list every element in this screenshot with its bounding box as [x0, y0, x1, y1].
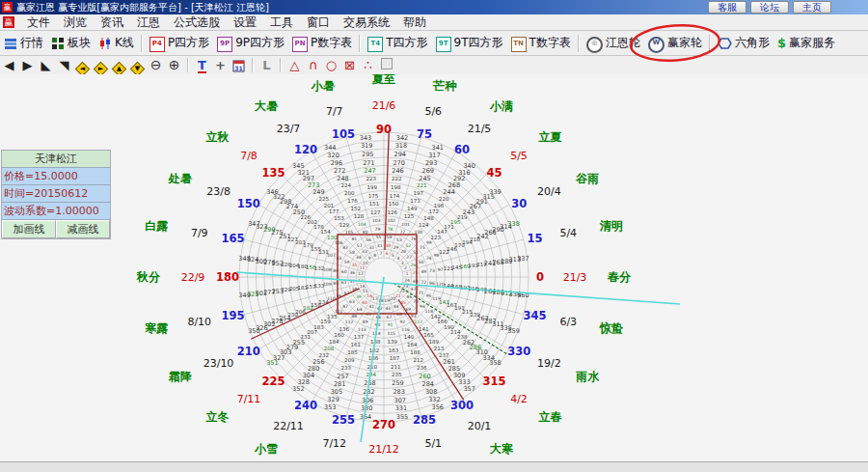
menu-item-2[interactable]: 资讯	[94, 14, 130, 32]
menu-item-1[interactable]: 浏览	[57, 14, 94, 32]
box-tool-icon[interactable]: ⊠	[340, 57, 359, 73]
triangle-tool-icon[interactable]: △	[285, 57, 304, 73]
degree-label: 45	[487, 166, 502, 180]
svg-text:47: 47	[411, 287, 417, 292]
diamond-up-icon[interactable]: ▲	[110, 57, 128, 73]
toolbar-button-10[interactable]: W赢家轮	[644, 32, 706, 55]
svg-text:273: 273	[308, 181, 319, 189]
svg-text:224: 224	[341, 182, 352, 188]
svg-text:358: 358	[489, 359, 501, 367]
toolbar-button-7[interactable]: 9T9T四方形	[432, 33, 507, 54]
toolbar-button-8[interactable]: TNT数字表	[507, 33, 575, 54]
panel-button-1[interactable]: 减画线	[56, 220, 110, 238]
degree-label: 300	[450, 399, 474, 412]
toolbar-button-0[interactable]: 行情	[0, 33, 47, 53]
date-label: 7/7	[326, 105, 343, 118]
angle-tool-icon[interactable]: L	[258, 57, 276, 73]
arc-tool-icon[interactable]: ∩	[304, 57, 322, 73]
toolbar-button-2[interactable]: K线	[95, 33, 138, 53]
menu-item-9[interactable]: 帮助	[396, 14, 433, 32]
titlebar-button-2[interactable]: 主页	[793, 1, 831, 14]
toolbar-button-3[interactable]: P4P四方形	[146, 33, 213, 54]
stock-name-label: 天津松江	[2, 151, 110, 168]
svg-text:350: 350	[248, 327, 259, 335]
date-label: 20/1	[468, 420, 492, 432]
svg-text:52: 52	[405, 243, 411, 248]
svg-text:99: 99	[426, 240, 432, 245]
panel-button-0[interactable]: 加画线	[2, 220, 56, 238]
calendar-icon[interactable]: 31	[230, 57, 248, 73]
menu-item-6[interactable]: 工具	[263, 14, 300, 32]
menu-item-7[interactable]: 窗口	[300, 14, 337, 32]
toolbar-button-12[interactable]: $赢家服务	[773, 33, 839, 53]
p-square-icon: P4	[149, 35, 165, 52]
svg-text:351: 351	[266, 359, 278, 367]
titlebar-button-1[interactable]: 论坛	[750, 1, 789, 14]
menu-item-5[interactable]: 设置	[227, 14, 263, 32]
svg-text:345: 345	[292, 162, 304, 170]
arrow-down-icon[interactable]: ◥	[55, 57, 73, 73]
toolbar-button-6[interactable]: T4T四方形	[364, 33, 431, 54]
svg-text:173: 173	[410, 198, 420, 204]
svg-text:152: 152	[351, 206, 362, 211]
svg-text:63: 63	[349, 299, 355, 304]
svg-text:1: 1	[406, 271, 409, 276]
menu-item-0[interactable]: 文件	[20, 14, 57, 32]
svg-text:317: 317	[428, 152, 440, 159]
degree-label: 285	[413, 413, 436, 427]
arrow-up-icon[interactable]: ◣	[37, 57, 55, 73]
gann-wheel-canvas[interactable]: 1234567891011121314151617181920212223242…	[0, 74, 868, 461]
diamond-left-icon[interactable]: ◄	[73, 57, 92, 73]
svg-text:9: 9	[368, 256, 371, 261]
svg-text:115: 115	[387, 331, 395, 336]
toolbar-button-1[interactable]: 板块	[47, 33, 95, 53]
svg-text:200: 200	[344, 190, 355, 196]
menu-item-3[interactable]: 江恩	[130, 14, 167, 32]
arrow-left-icon[interactable]: ◀	[0, 57, 18, 73]
svg-text:284: 284	[422, 380, 434, 388]
toolbar-button-11[interactable]: 六角形	[714, 33, 773, 53]
svg-text:70: 70	[413, 299, 419, 304]
svg-text:271: 271	[363, 159, 374, 167]
menu-item-8[interactable]: 交易系统	[337, 14, 396, 32]
toolbar-button-4[interactable]: 9P9P四方形	[213, 33, 288, 54]
titlebar-button-0[interactable]: 客服	[708, 1, 746, 14]
parameter-rows: 价格=15.0000时间=20150612波动系数=1.00000	[2, 168, 110, 220]
diamond-right-icon[interactable]: ►	[92, 57, 110, 73]
svg-text:347: 347	[248, 220, 259, 228]
gann-wheel-icon: ◎	[586, 34, 603, 53]
text-tool-icon[interactable]: T	[193, 57, 211, 73]
svg-text:293: 293	[425, 159, 437, 167]
toolbar-button-5[interactable]: PNP数字表	[288, 33, 356, 54]
menu-item-4[interactable]: 公式选股	[167, 14, 227, 32]
solar-term-label: 谷雨	[575, 172, 599, 185]
select-box-icon[interactable]	[377, 57, 395, 73]
toolbar-button-9[interactable]: ◎江恩轮	[583, 32, 644, 55]
plus-tool-icon[interactable]: +	[211, 57, 230, 73]
zoom-out-icon[interactable]: ⊖	[147, 57, 165, 73]
solar-term-label: 小满	[489, 99, 513, 113]
quotes-icon	[4, 36, 17, 50]
svg-text:353: 353	[324, 403, 336, 411]
degree-label: 330	[507, 345, 530, 358]
solar-term-label: 雨水	[575, 370, 600, 383]
solar-term-label: 惊蛰	[599, 321, 623, 335]
svg-text:148: 148	[423, 215, 434, 221]
circle-tool-icon[interactable]: ○	[322, 57, 340, 73]
points-tool-icon[interactable]: ∴	[359, 57, 377, 73]
svg-text:17: 17	[372, 296, 378, 301]
svg-text:321: 321	[297, 169, 309, 177]
arrow-right-icon[interactable]: ▶	[18, 57, 37, 73]
diamond-down-icon[interactable]: ▼	[128, 57, 147, 73]
toolbar-button-label: 9T四方形	[454, 35, 503, 51]
solar-term-label: 大暑	[255, 99, 279, 113]
svg-text:295: 295	[362, 151, 373, 158]
zoom-in-icon[interactable]: ⊕	[165, 57, 183, 73]
degree-label: 150	[237, 197, 260, 210]
svg-text:354: 354	[360, 413, 371, 421]
degree-label: 225	[261, 375, 285, 388]
parameter-row-1: 时间=20150612	[2, 185, 110, 203]
svg-text:126: 126	[388, 209, 398, 215]
svg-text:57: 57	[357, 243, 363, 248]
svg-text:343: 343	[360, 134, 371, 142]
